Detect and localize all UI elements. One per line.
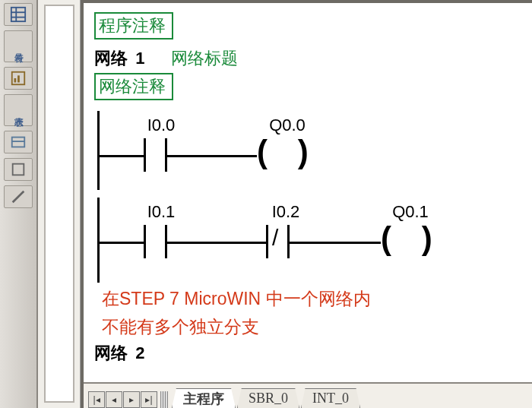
toolbar-button-5[interactable]: [4, 185, 33, 208]
program-comment-field[interactable]: 程序注释: [94, 12, 173, 40]
tab-nav-prev[interactable]: ◂: [106, 391, 122, 408]
block-icon: [10, 134, 27, 150]
wire: [100, 242, 144, 244]
ladder-editor: 程序注释 网络 1 网络标题 网络注释 I0.0 Q0.0 ( ) I0.1 I…: [81, 0, 532, 408]
symbol-table-button[interactable]: 符号表: [4, 30, 33, 62]
ladder-rung-2[interactable]: I0.1 I0.2 Q0.1 / ( ): [91, 198, 532, 283]
toolbar-button-1[interactable]: [4, 3, 33, 26]
svg-rect-0: [11, 8, 25, 21]
tab-main[interactable]: 主程序: [172, 388, 236, 408]
margin-gutter: [38, 0, 81, 408]
svg-rect-9: [13, 164, 24, 176]
contact-label: I0.2: [272, 202, 300, 222]
network-title-field[interactable]: 网络标题: [171, 49, 238, 68]
network-1-comment-field[interactable]: 网络注释: [94, 73, 173, 100]
wire: [167, 242, 266, 244]
left-toolbar: 符号表 状态表: [0, 0, 38, 408]
tab-sbr0[interactable]: SBR_0: [237, 388, 299, 408]
tool-icon: [10, 188, 27, 205]
status-table-button[interactable]: 状态表: [4, 94, 33, 126]
svg-rect-6: [17, 75, 20, 82]
editor-content: 程序注释 网络 1 网络标题 网络注释 I0.0 Q0.0 ( ) I0.1 I…: [91, 11, 532, 382]
toolbar-button-4[interactable]: [4, 158, 33, 181]
chart-icon: [10, 70, 27, 87]
grid-icon: [10, 6, 27, 23]
pou-tab-bar: |◂ ◂ ▸ ▸| 主程序 SBR_0 INT_0: [84, 382, 532, 408]
network-2-header[interactable]: 网络 2: [94, 342, 532, 365]
module-icon: [10, 161, 27, 178]
contact-label: I0.0: [147, 115, 176, 135]
toolbar-button-3[interactable]: [4, 131, 33, 153]
left-rail: [97, 111, 100, 190]
tab-nav-first[interactable]: |◂: [88, 391, 105, 408]
splitter-handle[interactable]: [160, 391, 168, 408]
network-1-header[interactable]: 网络 1 网络标题: [94, 47, 532, 70]
annotation-line-1: 在STEP 7 MicroWIN 中一个网络内: [102, 287, 532, 311]
network-label: 网络: [94, 49, 128, 68]
annotation-line-2: 不能有多个独立分支: [102, 315, 532, 339]
wire: [290, 242, 381, 244]
contact-label: I0.1: [147, 202, 176, 222]
network-label: 网络: [94, 343, 128, 362]
coil-label: Q0.0: [269, 115, 306, 135]
network-number: 1: [135, 49, 144, 68]
tab-nav-last[interactable]: ▸|: [141, 391, 157, 408]
output-coil[interactable]: ( ): [381, 220, 443, 257]
toolbar-button-2[interactable]: [4, 67, 33, 90]
wire: [167, 155, 257, 157]
wire: [100, 155, 144, 157]
network-number: 2: [135, 343, 144, 362]
svg-rect-5: [14, 78, 17, 83]
tab-int0[interactable]: INT_0: [301, 388, 360, 408]
coil-label: Q0.1: [392, 202, 429, 222]
ladder-rung-1[interactable]: I0.0 Q0.0 ( ): [91, 111, 532, 190]
output-coil[interactable]: ( ): [257, 134, 319, 170]
left-rail: [97, 198, 100, 283]
tab-nav-next[interactable]: ▸: [123, 391, 140, 408]
